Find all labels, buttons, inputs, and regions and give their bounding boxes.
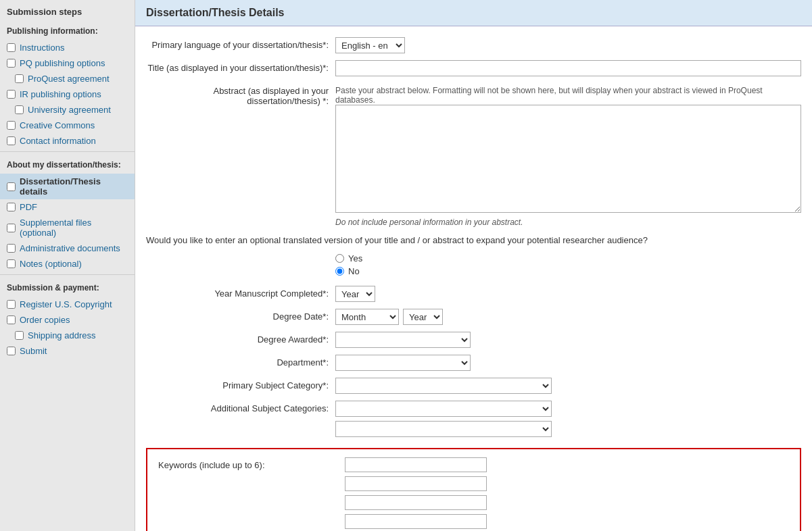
title-row: Title (as displayed in your dissertation…	[146, 60, 801, 76]
dissertation-details-checkbox[interactable]	[7, 182, 16, 191]
submission-payment-header: Submission & payment:	[0, 278, 135, 297]
primary-language-select[interactable]: English - enFrench - frSpanish - esGerma…	[335, 37, 405, 53]
keyword-input-2[interactable]	[345, 476, 487, 491]
sidebar-item-creative-commons[interactable]: Creative Commons	[0, 118, 135, 133]
keywords-label: Keywords (include up to 6):	[158, 457, 334, 470]
sidebar-item-pq-publishing[interactable]: PQ publishing options	[0, 55, 135, 71]
translated-question: Would you like to enter an optional tran…	[146, 235, 801, 245]
sidebar-item-instructions[interactable]: Instructions	[0, 40, 135, 55]
payment-section: Submission & payment: Register U.S. Copy…	[0, 278, 135, 359]
year-manuscript-select[interactable]: Year2024202320222021202020192018	[335, 286, 375, 302]
supplemental-checkbox[interactable]	[7, 224, 16, 232]
pq-publishing-checkbox[interactable]	[7, 59, 16, 68]
sidebar-item-shipping[interactable]: Shipping address	[0, 328, 135, 343]
pdf-checkbox[interactable]	[7, 203, 16, 211]
sidebar-item-supplemental[interactable]: Supplemental files (optional)	[0, 215, 135, 241]
sidebar-item-admin-docs[interactable]: Administrative documents	[0, 241, 135, 256]
translated-no-item: No	[335, 266, 801, 276]
sidebar-item-label: Contact information	[20, 136, 96, 146]
proquest-agreement-checkbox[interactable]	[15, 74, 24, 83]
degree-date-year-select[interactable]: Year2024202320222021202020192018	[403, 309, 443, 325]
department-control	[335, 355, 801, 371]
sidebar-item-label: Submit	[20, 346, 47, 356]
primary-language-row: Primary language of your dissertation/th…	[146, 37, 801, 53]
admin-docs-checkbox[interactable]	[7, 244, 16, 253]
abstract-note: Paste your abstract below. Formatting wi…	[335, 86, 801, 105]
creative-commons-checkbox[interactable]	[7, 121, 16, 130]
translated-radio-group: Yes No	[335, 253, 801, 276]
translated-control: Yes No	[335, 251, 801, 279]
sidebar-item-label: IR publishing options	[20, 89, 101, 99]
primary-language-label: Primary language of your dissertation/th…	[146, 37, 335, 50]
shipping-checkbox[interactable]	[15, 331, 24, 340]
primary-subject-row: Primary Subject Category*:	[146, 378, 801, 394]
title-input[interactable]	[335, 60, 801, 76]
order-copies-checkbox[interactable]	[7, 315, 16, 324]
title-label: Title (as displayed in your dissertation…	[146, 60, 335, 73]
sidebar-item-order-copies[interactable]: Order copies	[0, 312, 135, 328]
additional-subject-label: Additional Subject Categories:	[146, 401, 335, 413]
primary-subject-control	[335, 378, 801, 394]
keywords-inputs	[345, 457, 487, 531]
degree-date-control: MonthJanuaryFebruaryMarchAprilMayJuneJul…	[335, 309, 801, 325]
sidebar-item-contact-info[interactable]: Contact information	[0, 133, 135, 149]
abstract-control: Paste your abstract below. Formatting wi…	[335, 83, 801, 227]
degree-awarded-control	[335, 332, 801, 348]
sidebar-item-proquest-agreement[interactable]: ProQuest agreement	[0, 71, 135, 86]
translated-no-radio[interactable]	[335, 267, 344, 276]
form-body: Primary language of your dissertation/th…	[135, 26, 812, 531]
instructions-checkbox[interactable]	[7, 43, 16, 52]
department-select[interactable]	[335, 355, 471, 371]
translated-no-label: No	[348, 266, 360, 276]
sidebar-item-university-agreement[interactable]: University agreement	[0, 102, 135, 118]
degree-date-label: Degree Date*:	[146, 309, 335, 322]
additional-subject-control	[335, 401, 801, 437]
keyword-input-1[interactable]	[345, 457, 487, 472]
translated-yes-label: Yes	[348, 253, 362, 263]
abstract-textarea[interactable]	[335, 105, 801, 213]
sidebar-item-dissertation-details[interactable]: Dissertation/Thesis details	[0, 174, 135, 199]
notes-checkbox[interactable]	[7, 259, 16, 268]
sidebar-item-submit[interactable]: Submit	[0, 343, 135, 359]
title-control	[335, 60, 801, 76]
page-title: Dissertation/Thesis Details	[135, 0, 812, 26]
contact-info-checkbox[interactable]	[7, 136, 16, 145]
translated-row: Yes No	[146, 251, 801, 279]
keyword-input-3[interactable]	[345, 495, 487, 510]
sidebar-item-label: Dissertation/Thesis details	[20, 176, 128, 197]
sidebar-item-label: University agreement	[28, 105, 111, 115]
degree-date-selects: MonthJanuaryFebruaryMarchAprilMayJuneJul…	[335, 309, 801, 325]
sidebar-item-label: PDF	[20, 202, 37, 212]
sidebar-item-label: Creative Commons	[20, 120, 95, 130]
primary-language-control: English - enFrench - frSpanish - esGerma…	[335, 37, 801, 53]
sidebar-item-ir-publishing[interactable]: IR publishing options	[0, 86, 135, 102]
sidebar-item-label: ProQuest agreement	[28, 74, 110, 84]
copyright-checkbox[interactable]	[7, 300, 16, 309]
degree-date-row: Degree Date*: MonthJanuaryFebruaryMarchA…	[146, 309, 801, 325]
primary-subject-select[interactable]	[335, 378, 552, 394]
sidebar-item-label: Notes (optional)	[20, 259, 82, 269]
sidebar-item-pdf[interactable]: PDF	[0, 199, 135, 215]
publishing-info-header: Publishing information:	[0, 21, 135, 40]
degree-date-month-select[interactable]: MonthJanuaryFebruaryMarchAprilMayJuneJul…	[335, 309, 399, 325]
sidebar-item-copyright[interactable]: Register U.S. Copyright	[0, 297, 135, 312]
keywords-section: Keywords (include up to 6):	[146, 448, 801, 531]
sidebar-item-label: Order copies	[20, 315, 70, 325]
submit-checkbox[interactable]	[7, 347, 16, 355]
university-agreement-checkbox[interactable]	[15, 105, 24, 114]
sidebar: Submission steps Publishing information:…	[0, 0, 135, 531]
translated-yes-item: Yes	[335, 253, 801, 263]
main-content: Dissertation/Thesis Details Primary lang…	[135, 0, 812, 531]
degree-awarded-label: Degree Awarded*:	[146, 332, 335, 345]
ir-publishing-checkbox[interactable]	[7, 90, 16, 99]
sidebar-item-label: Instructions	[20, 43, 64, 53]
about-section: About my dissertation/thesis: Dissertati…	[0, 155, 135, 272]
sidebar-item-notes[interactable]: Notes (optional)	[0, 256, 135, 272]
additional-subject-select-2[interactable]	[335, 421, 552, 437]
keyword-input-4[interactable]	[345, 514, 487, 529]
translated-yes-radio[interactable]	[335, 254, 344, 263]
degree-awarded-select[interactable]	[335, 332, 471, 348]
additional-subject-select-1[interactable]	[335, 401, 552, 417]
department-label: Department*:	[146, 355, 335, 368]
submission-steps-header: Submission steps	[0, 0, 135, 21]
